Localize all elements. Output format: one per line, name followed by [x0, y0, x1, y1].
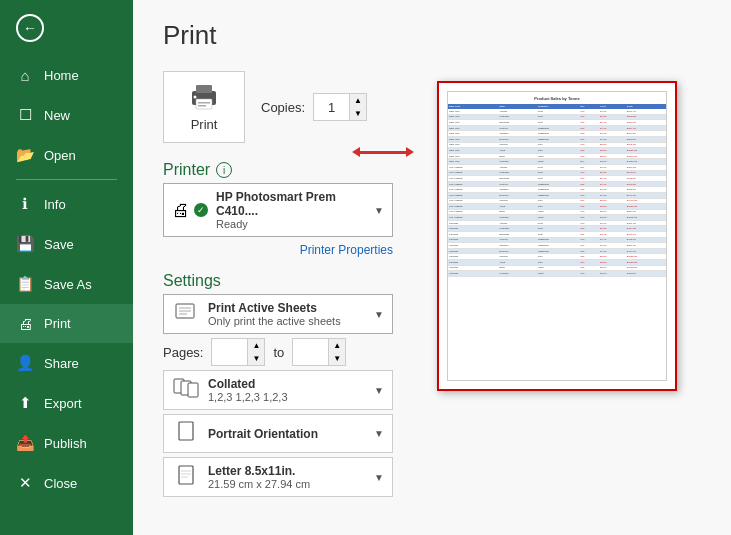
printer-section-label: Printer: [163, 161, 210, 179]
collated-main: Collated: [208, 377, 366, 391]
settings-section-label: Settings: [163, 272, 221, 290]
new-icon: ☐: [16, 106, 34, 124]
print-active-text: Print Active Sheets Only print the activ…: [208, 301, 366, 327]
pages-to-label: to: [273, 345, 284, 360]
main-body: Print Copies: 1 ▲ ▼ Printer: [133, 71, 731, 535]
paper-size-arrow: ▼: [374, 472, 384, 483]
paper-size-dropdown[interactable]: Letter 8.5x11in. 21.59 cm x 27.94 cm ▼: [163, 457, 393, 497]
page-title: Print: [163, 20, 701, 51]
sidebar-item-new[interactable]: ☐ New: [0, 95, 133, 135]
printer-properties-link[interactable]: Printer Properties: [300, 243, 393, 257]
paper-size-sub: 21.59 cm x 27.94 cm: [208, 478, 366, 490]
sidebar-item-open[interactable]: 📂 Open: [0, 135, 133, 175]
sidebar-item-share-label: Share: [44, 356, 79, 371]
sidebar-item-close-label: Close: [44, 476, 77, 491]
sidebar-item-publish-label: Publish: [44, 436, 87, 451]
pages-from-decrement[interactable]: ▼: [248, 352, 264, 365]
sidebar: ← ⌂ Home ☐ New 📂 Open ℹ Info 💾 Save 📋 Sa…: [0, 0, 133, 535]
share-icon: 👤: [16, 354, 34, 372]
collated-dropdown[interactable]: Collated 1,2,3 1,2,3 1,2,3 ▼: [163, 370, 393, 410]
svg-rect-1: [196, 85, 212, 93]
orientation-icon: [172, 421, 200, 446]
back-button[interactable]: ←: [0, 0, 133, 56]
nav-divider: [16, 179, 117, 180]
pages-from-spinners: ▲ ▼: [247, 339, 264, 365]
print-preview-frame: Product Sales by Tonne New York Item Cat…: [437, 81, 677, 391]
pages-from-increment[interactable]: ▲: [248, 339, 264, 352]
copies-value: 1: [314, 97, 349, 118]
svg-rect-3: [198, 102, 210, 104]
copies-increment[interactable]: ▲: [350, 94, 366, 107]
sidebar-item-save-as[interactable]: 📋 Save As: [0, 264, 133, 304]
pages-row: Pages: ▲ ▼ to ▲ ▼: [163, 338, 393, 366]
sidebar-item-home[interactable]: ⌂ Home: [0, 56, 133, 95]
sidebar-item-info[interactable]: ℹ Info: [0, 184, 133, 224]
printer-icon-area: 🖨 ✓: [172, 200, 208, 221]
preview-cell: $430.50: [626, 271, 666, 277]
pages-to-spinners: ▲ ▼: [328, 339, 345, 365]
printer-name: HP Photosmart Prem C410....: [216, 190, 366, 218]
collated-arrow: ▼: [374, 385, 384, 396]
sidebar-item-publish[interactable]: 📤 Publish: [0, 423, 133, 463]
orientation-main: Portrait Orientation: [208, 427, 366, 441]
paper-size-icon: [172, 465, 200, 490]
pages-from-input[interactable]: ▲ ▼: [211, 338, 265, 366]
svg-rect-4: [198, 105, 206, 107]
print-button-area: Print Copies: 1 ▲ ▼: [163, 71, 393, 143]
svg-rect-2: [196, 99, 212, 109]
export-icon: ⬆: [16, 394, 34, 412]
print-preview-inner: Product Sales by Tonne New York Item Cat…: [447, 91, 667, 381]
preview-cell: Meat: [537, 271, 579, 277]
sidebar-item-export-label: Export: [44, 396, 82, 411]
orientation-text: Portrait Orientation: [208, 427, 366, 441]
pages-to-decrement[interactable]: ▼: [329, 352, 345, 365]
copies-decrement[interactable]: ▼: [350, 107, 366, 120]
sidebar-item-share[interactable]: 👤 Share: [0, 343, 133, 383]
active-sheets-icon: [172, 303, 200, 326]
pages-to-input[interactable]: ▲ ▼: [292, 338, 346, 366]
collated-text: Collated 1,2,3 1,2,3 1,2,3: [208, 377, 366, 403]
printer-ready-check: ✓: [194, 203, 208, 217]
sidebar-item-close[interactable]: ✕ Close: [0, 463, 133, 503]
collated-sub: 1,2,3 1,2,3 1,2,3: [208, 391, 366, 403]
print-button-label: Print: [191, 117, 218, 132]
print-icon: 🖨: [16, 315, 34, 332]
sidebar-item-print-label: Print: [44, 316, 71, 331]
sidebar-nav: ⌂ Home ☐ New 📂 Open ℹ Info 💾 Save 📋 Save…: [0, 56, 133, 535]
print-button[interactable]: Print: [163, 71, 245, 143]
pages-from-value: [212, 349, 247, 355]
print-active-sheets-dropdown[interactable]: Print Active Sheets Only print the activ…: [163, 294, 393, 334]
svg-rect-13: [179, 422, 193, 440]
print-active-arrow: ▼: [374, 309, 384, 320]
preview-area: Product Sales by Tonne New York Item Cat…: [413, 71, 701, 525]
preview-cell: Chicago: [448, 271, 498, 277]
sidebar-item-print[interactable]: 🖨 Print: [0, 304, 133, 343]
copies-area: Copies: 1 ▲ ▼: [261, 93, 367, 121]
printer-small-icon: 🖨: [172, 200, 190, 221]
sidebar-item-open-label: Open: [44, 148, 76, 163]
pages-to-value: [293, 349, 328, 355]
sidebar-item-save-label: Save: [44, 237, 74, 252]
sidebar-item-home-label: Home: [44, 68, 79, 83]
pages-label: Pages:: [163, 345, 203, 360]
pages-to-increment[interactable]: ▲: [329, 339, 345, 352]
preview-cell: $3.50: [599, 271, 626, 277]
save-as-icon: 📋: [16, 275, 34, 293]
collated-icon: [172, 378, 200, 403]
arrow-indicator: [358, 151, 408, 154]
printer-section-header: Printer i: [163, 161, 393, 179]
sidebar-item-export[interactable]: ⬆ Export: [0, 383, 133, 423]
settings-section-header: Settings: [163, 272, 393, 290]
sidebar-item-new-label: New: [44, 108, 70, 123]
orientation-dropdown[interactable]: Portrait Orientation ▼: [163, 414, 393, 453]
sidebar-item-save-as-label: Save As: [44, 277, 92, 292]
printer-dropdown[interactable]: 🖨 ✓ HP Photosmart Prem C410.... Ready ▼: [163, 183, 393, 237]
print-active-main: Print Active Sheets: [208, 301, 366, 315]
sidebar-item-save[interactable]: 💾 Save: [0, 224, 133, 264]
printer-info-icon[interactable]: i: [216, 162, 232, 178]
home-icon: ⌂: [16, 67, 34, 84]
copies-input[interactable]: 1 ▲ ▼: [313, 93, 367, 121]
arrow-left-head: [352, 147, 360, 157]
preview-cell: 123: [579, 271, 599, 277]
paper-size-text: Letter 8.5x11in. 21.59 cm x 27.94 cm: [208, 464, 366, 490]
